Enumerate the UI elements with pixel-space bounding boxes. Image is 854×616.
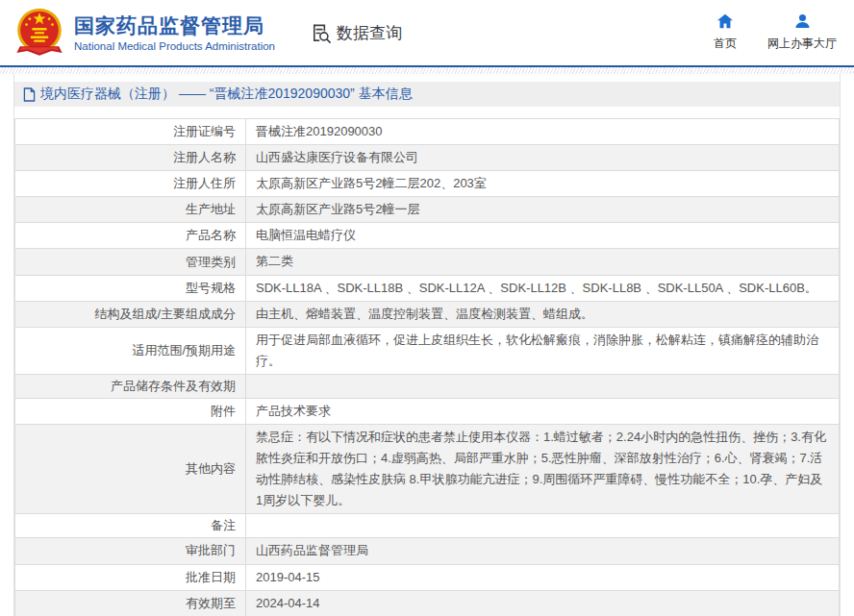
home-icon xyxy=(716,13,734,32)
row-label-cell: 注册人住所 xyxy=(15,171,246,197)
row-label: 型号规格 xyxy=(186,281,236,295)
row-value-cell: 太原高新区产业路5号2幢一层 xyxy=(246,197,840,223)
nav-service-hall-label: 网上办事大厅 xyxy=(767,36,837,52)
info-table-body: 注册证编号 晋械注准20192090030 注册人名称 山西盛达康医疗设备有限公… xyxy=(15,119,840,616)
row-label: 管理类别 xyxy=(186,255,236,269)
row-label: 注册人名称 xyxy=(173,150,236,164)
table-row: 附件 产品技术要求 xyxy=(15,398,840,424)
table-row: 产品储存条件及有效期 xyxy=(15,374,840,398)
content-container: 境内医疗器械（注册） —— “晋械注准20192090030” 基本信息 注册证… xyxy=(13,74,841,616)
hatch-stripe-band xyxy=(0,67,854,74)
row-label: 生产地址 xyxy=(186,202,236,216)
table-row: 有效期至 2024-04-14 xyxy=(15,590,840,616)
row-label-cell: 产品名称 xyxy=(15,223,246,249)
row-value: 2019-04-15 xyxy=(256,570,320,584)
row-value: SDK-LL18A 、SDK-LL18B 、SDK-LL12A 、SDK-LL1… xyxy=(256,281,817,295)
row-value-cell xyxy=(246,374,840,398)
table-row: 注册人住所 太原高新区产业路5号2幢二层202、203室 xyxy=(15,171,840,197)
row-label: 有效期至 xyxy=(186,596,236,610)
table-row: 批准日期 2019-04-15 xyxy=(15,564,840,590)
site-title: 国家药品监督管理局 xyxy=(74,13,275,38)
row-label-cell: 型号规格 xyxy=(15,275,246,301)
row-value: 山西盛达康医疗设备有限公司 xyxy=(256,150,418,164)
row-value: 电脑恒温电蜡疗仪 xyxy=(256,228,356,242)
table-row: 注册证编号 晋械注准20192090030 xyxy=(15,119,840,145)
table-row: 审批部门 山西药品监督管理局 xyxy=(15,538,840,564)
row-label-cell: 结构及组成/主要组成成分 xyxy=(15,301,246,327)
row-value-cell: 太原高新区产业路5号2幢二层202、203室 xyxy=(246,171,840,197)
national-emblem-logo xyxy=(13,5,65,61)
row-value: 晋械注准20192090030 xyxy=(256,124,383,138)
row-label: 产品名称 xyxy=(186,228,236,242)
row-value-cell: 第二类 xyxy=(246,249,840,275)
row-label: 适用范围/预期用途 xyxy=(132,343,236,357)
site-logo-group: 国家药品监督管理局 National Medical Products Admi… xyxy=(13,5,275,61)
row-value: 禁忌症：有以下情况和症状的患者禁止使用本仪器：1.蜡过敏者；2.24小时内的急性… xyxy=(256,430,826,507)
table-row: 注册人名称 山西盛达康医疗设备有限公司 xyxy=(15,145,840,171)
site-header: 国家药品监督管理局 National Medical Products Admi… xyxy=(0,0,854,65)
row-label: 注册人住所 xyxy=(173,176,236,190)
row-label-cell: 其他内容 xyxy=(15,425,246,514)
table-row: 结构及组成/主要组成成分 由主机、熔蜡装置、温度控制装置、温度检测装置、蜡组成。 xyxy=(15,301,840,327)
row-value-cell: 禁忌症：有以下情况和症状的患者禁止使用本仪器：1.蜡过敏者；2.24小时内的急性… xyxy=(246,425,840,514)
page-title: 境内医疗器械（注册） —— “晋械注准20192090030” 基本信息 xyxy=(40,86,413,103)
nav-home[interactable]: 首页 xyxy=(714,13,737,52)
row-value-cell: 2024-04-14 xyxy=(246,590,840,616)
row-label: 产品储存条件及有效期 xyxy=(111,379,236,393)
row-label: 审批部门 xyxy=(186,543,236,557)
row-value: 2024-04-14 xyxy=(256,596,320,610)
table-row: 型号规格 SDK-LL18A 、SDK-LL18B 、SDK-LL12A 、SD… xyxy=(15,275,840,301)
document-search-icon xyxy=(310,22,332,44)
row-label-cell: 附件 xyxy=(15,398,246,424)
registration-info-table: 注册证编号 晋械注准20192090030 注册人名称 山西盛达康医疗设备有限公… xyxy=(14,118,840,616)
row-value-cell: 山西盛达康医疗设备有限公司 xyxy=(246,145,840,171)
row-value-cell: 产品技术要求 xyxy=(246,398,840,424)
row-value: 太原高新区产业路5号2幢二层202、203室 xyxy=(256,176,487,190)
row-value-cell: 晋械注准20192090030 xyxy=(246,119,840,145)
row-label: 备注 xyxy=(211,518,236,532)
table-row: 管理类别 第二类 xyxy=(15,249,840,275)
table-row: 其他内容 禁忌症：有以下情况和症状的患者禁止使用本仪器：1.蜡过敏者；2.24小… xyxy=(15,425,840,514)
row-value: 太原高新区产业路5号2幢一层 xyxy=(256,202,419,216)
row-value-cell: 山西药品监督管理局 xyxy=(246,538,840,564)
row-value-cell: 用于促进局部血液循环，促进上皮组织生长，软化松解瘢痕，消除肿胀，松解粘连，镇痛解… xyxy=(246,327,840,374)
row-value: 第二类 xyxy=(256,254,293,268)
row-value: 用于促进局部血液循环，促进上皮组织生长，软化松解瘢痕，消除肿胀，松解粘连，镇痛解… xyxy=(256,333,818,368)
row-value: 由主机、熔蜡装置、温度控制装置、温度检测装置、蜡组成。 xyxy=(256,307,593,321)
table-row: 适用范围/预期用途 用于促进局部血液循环，促进上皮组织生长，软化松解瘢痕，消除肿… xyxy=(15,327,840,374)
table-row: 生产地址 太原高新区产业路5号2幢一层 xyxy=(15,197,840,223)
row-label-cell: 产品储存条件及有效期 xyxy=(15,374,246,398)
nav-home-label: 首页 xyxy=(714,36,737,52)
row-value-cell: SDK-LL18A 、SDK-LL18B 、SDK-LL12A 、SDK-LL1… xyxy=(246,275,840,301)
row-value-cell: 电脑恒温电蜡疗仪 xyxy=(246,223,840,249)
data-query-menu[interactable]: 数据查询 xyxy=(310,22,402,44)
row-label: 批准日期 xyxy=(186,570,236,584)
row-label: 注册证编号 xyxy=(173,124,236,138)
row-label-cell: 管理类别 xyxy=(15,249,246,275)
nav-service-hall[interactable]: 网上办事大厅 xyxy=(767,13,837,52)
row-value: 产品技术要求 xyxy=(256,404,331,418)
row-label-cell: 备注 xyxy=(15,514,246,538)
row-label: 结构及组成/主要组成成分 xyxy=(94,307,236,321)
row-value-cell: 由主机、熔蜡装置、温度控制装置、温度检测装置、蜡组成。 xyxy=(246,301,840,327)
row-label: 其他内容 xyxy=(186,461,236,476)
row-value-cell xyxy=(246,514,840,538)
row-label-cell: 注册人名称 xyxy=(15,145,246,171)
row-label-cell: 有效期至 xyxy=(15,590,246,616)
row-label-cell: 批准日期 xyxy=(15,564,246,590)
document-icon xyxy=(23,87,36,102)
table-row: 产品名称 电脑恒温电蜡疗仪 xyxy=(15,223,840,249)
row-label-cell: 审批部门 xyxy=(15,538,246,564)
page-title-bar: 境内医疗器械（注册） —— “晋械注准20192090030” 基本信息 xyxy=(14,82,840,107)
row-value: 山西药品监督管理局 xyxy=(256,543,368,557)
site-subtitle: National Medical Products Administration xyxy=(74,40,275,52)
row-value-cell: 2019-04-15 xyxy=(246,564,840,590)
person-icon xyxy=(794,13,811,32)
table-row: 备注 xyxy=(15,514,840,538)
row-label: 附件 xyxy=(211,404,236,418)
row-label-cell: 生产地址 xyxy=(15,197,246,223)
row-label-cell: 注册证编号 xyxy=(15,119,246,145)
data-query-label: 数据查询 xyxy=(337,22,402,44)
header-nav: 首页 网上办事大厅 xyxy=(714,13,844,52)
site-titles: 国家药品监督管理局 National Medical Products Admi… xyxy=(74,13,275,52)
